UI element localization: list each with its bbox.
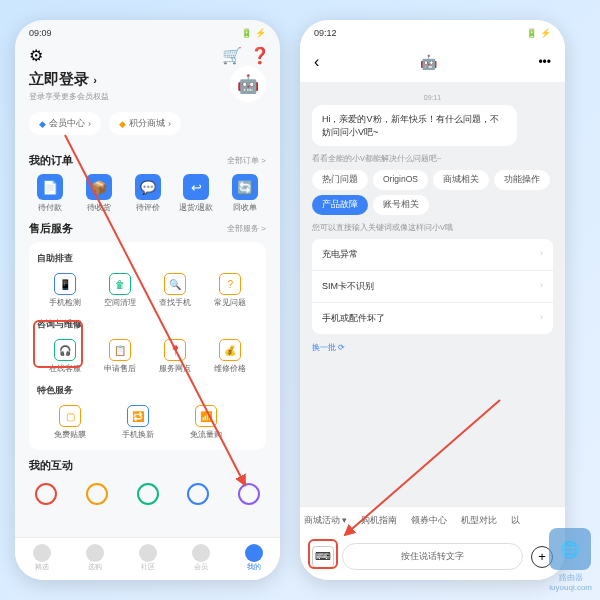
header: ⚙ 🛒 ❓ [15,42,280,70]
timestamp: 09:11 [312,94,553,101]
order-item[interactable]: 🔄回收单 [224,174,266,213]
service-item[interactable]: 📱手机检测 [40,273,90,308]
pills: ◆会员中心 › ◆积分商城 › [15,112,280,145]
hint-1: 看看全能的小V都能解决什么问题吧~ [312,154,553,164]
tag-item[interactable]: 商城活动 ▾ [304,515,347,527]
topic-chip[interactable]: 商城相关 [433,170,489,190]
phone-right: 09:12 🔋 ⚡ ‹ 🤖 ••• 09:11 Hi，亲爱的V粉，新年快乐！有什… [300,20,565,580]
quick-question[interactable]: SIM卡不识别› [312,271,553,303]
interact-item[interactable] [187,483,209,505]
time: 09:09 [29,28,52,38]
service-item[interactable]: 📋申请售后 [95,339,145,374]
tag-item[interactable]: 机型对比 [461,515,497,527]
topic-chips: 热门问题OriginOS商城相关功能操作产品故障账号相关 [312,170,553,215]
service-item[interactable]: 🔍查找手机 [150,273,200,308]
interact-item[interactable] [86,483,108,505]
interact-item[interactable] [238,483,260,505]
service-item[interactable]: 🗑空间清理 [95,273,145,308]
interact-title: 我的互动 [29,458,73,473]
orders-row: 📄待付款📦待收货💬待评价↩退货/退款🔄回收单 [29,174,266,213]
selfcheck-title: 自助排查 [37,252,258,265]
greeting-bubble: Hi，亲爱的V粉，新年快乐！有什么问题，不妨问问小V吧~ [312,105,517,146]
settings-icon[interactable]: ⚙ [29,46,45,62]
nav-item[interactable]: 我的 [245,544,263,572]
topic-chip[interactable]: 功能操作 [494,170,550,190]
service-item[interactable]: ▢免费贴膜 [45,405,95,440]
service-item[interactable]: ?常见问题 [205,273,255,308]
help-icon[interactable]: ❓ [250,46,266,62]
service-item[interactable]: 🔁手机换新 [113,405,163,440]
points-mall-pill[interactable]: ◆积分商城 › [109,112,181,135]
topic-chip[interactable]: OriginOS [373,170,428,190]
keyboard-icon[interactable]: ⌨ [312,546,334,568]
special-title: 特色服务 [37,384,258,397]
aftersale-title: 售后服务 [29,221,73,236]
tag-item[interactable]: 购机指南 [361,515,397,527]
order-item[interactable]: ↩退货/退款 [175,174,217,213]
avatar[interactable]: 🤖 [230,66,266,102]
member-center-pill[interactable]: ◆会员中心 › [29,112,101,135]
quick-question[interactable]: 手机或配件坏了› [312,303,553,334]
service-item[interactable]: 📶免流量购 [181,405,231,440]
aftersale-more[interactable]: 全部服务 > [227,223,266,234]
topic-chip[interactable]: 热门问题 [312,170,368,190]
cart-icon[interactable]: 🛒 [222,46,238,62]
interact-item[interactable] [35,483,57,505]
chat-avatar: 🤖 [415,48,443,76]
time: 09:12 [314,28,337,38]
chat-header: ‹ 🤖 ••• [300,42,565,82]
quick-question[interactable]: 充电异常› [312,239,553,271]
more-icon[interactable]: ••• [538,55,551,69]
hint-2: 您可以直接输入关键词或像这样问小V哦 [312,223,553,233]
chat-area: 09:11 Hi，亲爱的V粉，新年快乐！有什么问题，不妨问问小V吧~ 看看全能的… [300,82,565,506]
tag-item[interactable]: 领券中心 [411,515,447,527]
orders-more[interactable]: 全部订单 > [227,155,266,166]
topic-chip[interactable]: 产品故障 [312,195,368,215]
quick-questions: 充电异常›SIM卡不识别›手机或配件坏了› [312,239,553,334]
service-item[interactable]: 📍服务网点 [150,339,200,374]
topic-chip[interactable]: 账号相关 [373,195,429,215]
phone-left: 09:09 🔋 ⚡ ⚙ 🛒 ❓ 立即登录 › 登录享受更多会员权益 🤖 ◆会员中… [15,20,280,580]
nav-item[interactable]: 选购 [86,544,104,572]
aftersale-card: 自助排查 📱手机检测🗑空间清理🔍查找手机?常见问题 咨询与维修 🎧在线客服📋申请… [29,242,266,450]
status-bar: 09:12 🔋 ⚡ [300,20,565,42]
interact-item[interactable] [137,483,159,505]
battery: 🔋 ⚡ [526,28,551,38]
refresh-link[interactable]: 换一批 ⟳ [312,342,553,353]
bottom-nav: 精选选购社区会员我的 [15,537,280,580]
service-item[interactable]: 💰维修价格 [205,339,255,374]
tag-row: 商城活动 ▾购机指南领券中心机型对比以 [300,506,565,535]
consult-title: 咨询与维修 [37,318,258,331]
nav-item[interactable]: 会员 [192,544,210,572]
status-bar: 09:09 🔋 ⚡ [15,20,280,42]
input-bar: ⌨ 按住说话转文字 + [300,535,565,580]
nav-item[interactable]: 社区 [139,544,157,572]
order-item[interactable]: 📦待收货 [78,174,120,213]
orders-title: 我的订单 [29,153,73,168]
login-title: 立即登录 [29,70,89,87]
battery: 🔋 ⚡ [241,28,266,38]
tag-item[interactable]: 以 [511,515,520,527]
login-section[interactable]: 立即登录 › 登录享受更多会员权益 🤖 [15,70,280,112]
order-item[interactable]: 💬待评价 [127,174,169,213]
voice-input[interactable]: 按住说话转文字 [342,543,523,570]
back-icon[interactable]: ‹ [314,53,319,71]
login-sub: 登录享受更多会员权益 [29,91,266,102]
watermark-logo: 🌐 [549,528,591,570]
nav-item[interactable]: 精选 [33,544,51,572]
service-item[interactable]: 🎧在线客服 [40,339,90,374]
watermark: 🌐 路由器luyouqi.com [549,528,592,592]
order-item[interactable]: 📄待付款 [29,174,71,213]
